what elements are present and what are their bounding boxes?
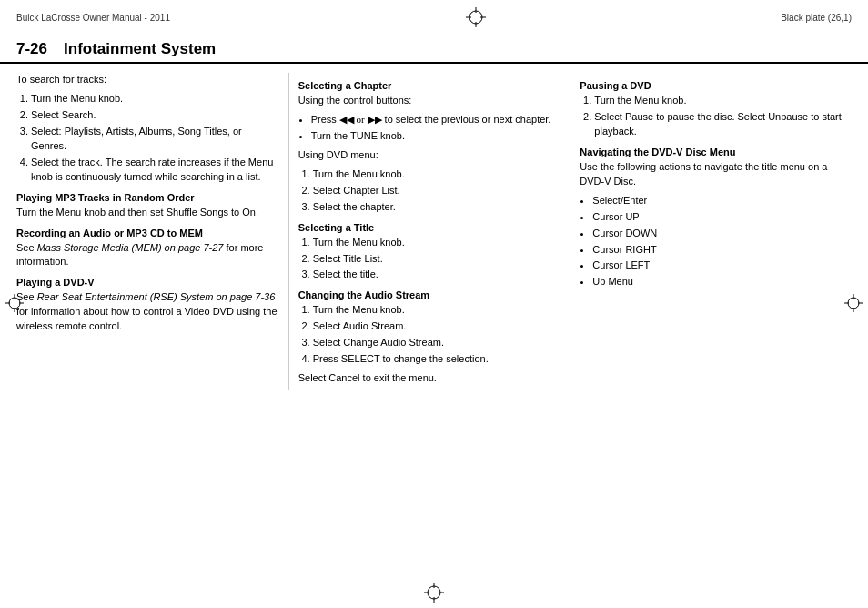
list-item: Select Audio Stream.: [313, 319, 561, 334]
section-title-bar: 7-26 Infotainment System: [0, 31, 868, 64]
list-item: Turn the Menu knob.: [313, 236, 561, 250]
col2-heading-1: Selecting a Chapter: [298, 80, 561, 91]
list-item: Select Title List.: [313, 252, 561, 267]
list-item: Select Change Audio Stream.: [313, 336, 561, 350]
list-item: Turn the Menu knob.: [31, 92, 279, 106]
col2-heading-3: Changing the Audio Stream: [298, 289, 561, 300]
col2-p2: Using DVD menu:: [298, 148, 561, 163]
column-1: To search for tracks: Turn the Menu knob…: [16, 73, 289, 390]
svg-point-15: [428, 586, 440, 599]
col1-heading-1: Playing MP3 Tracks in Random Order: [16, 192, 279, 203]
list-item: Cursor DOWN: [592, 227, 843, 241]
list-item: Select: Playlists, Artists, Albums, Song…: [31, 125, 279, 154]
list-item: Press ◀◀ or ▶▶ to select the previous or…: [311, 113, 561, 127]
col1-p3-suffix: for information about how to control a V…: [16, 306, 278, 331]
list-item: Cursor LEFT: [592, 258, 843, 273]
col1-p3-italic: Rear Seat Entertainment (RSE) System on …: [37, 291, 276, 302]
col3-steps1: Turn the Menu knob. Select Pause to paus…: [594, 94, 843, 139]
col1-p1: Turn the Menu knob and then set Shuffle …: [16, 206, 279, 220]
svg-point-0: [469, 11, 482, 24]
col3-heading-1: Pausing a DVD: [580, 80, 843, 91]
col1-heading-3: Playing a DVD-V: [16, 277, 279, 288]
col3-p1: Use the following actions to navigate th…: [580, 160, 843, 189]
col1-intro: To search for tracks:: [16, 73, 279, 87]
column-3: Pausing a DVD Turn the Menu knob. Select…: [570, 73, 852, 390]
col2-bullets-1: Press ◀◀ or ▶▶ to select the previous or…: [311, 113, 561, 144]
col1-p3: See Rear Seat Entertainment (RSE) System…: [16, 290, 279, 334]
section-number: 7-26: [16, 40, 47, 58]
list-item: Select Pause to pause the disc. Select U…: [594, 110, 843, 139]
col2-p1: Using the control buttons:: [298, 94, 561, 108]
list-item: Select the track. The search rate increa…: [31, 156, 279, 185]
col1-p2-italic: Mass Storage Media (MEM) on page 7-27: [37, 242, 224, 253]
list-item: Turn the Menu knob.: [594, 94, 843, 108]
col2-heading-2: Selecting a Title: [298, 222, 561, 233]
header-left: Buick LaCrosse Owner Manual - 2011: [16, 13, 170, 23]
svg-point-10: [848, 298, 859, 309]
header-crosshair: [466, 7, 486, 27]
footer-crosshair: [0, 583, 868, 603]
list-item: Select Search.: [31, 108, 279, 123]
header-center: [466, 7, 486, 27]
left-margin-crosshair: [5, 294, 24, 314]
bullet1-symbol: ◀◀ or ▶▶: [339, 114, 382, 125]
section-title: Infotainment System: [64, 40, 216, 58]
column-2: Selecting a Chapter Using the control bu…: [289, 73, 571, 390]
col3-bullets: Select/Enter Cursor UP Cursor DOWN Curso…: [592, 194, 843, 290]
list-item: Press SELECT to change the selection.: [313, 352, 561, 367]
bullet1-suffix: to select the previous or next chapter.: [382, 114, 551, 125]
col1-steps: Turn the Menu knob. Select Search. Selec…: [31, 92, 279, 185]
svg-point-5: [9, 298, 20, 309]
col2-steps1: Turn the Menu knob. Select Chapter List.…: [313, 167, 561, 215]
header-right: Black plate (26,1): [781, 13, 852, 23]
col2-steps3: Turn the Menu knob. Select Audio Stream.…: [313, 303, 561, 367]
list-item: Cursor UP: [592, 210, 843, 225]
bullet1-prefix: Press: [311, 114, 339, 125]
col1-heading-2: Recording an Audio or MP3 CD to MEM: [16, 228, 279, 238]
list-item: Select the title.: [313, 268, 561, 282]
page-header: Buick LaCrosse Owner Manual - 2011 Black…: [0, 0, 868, 31]
content-area: To search for tracks: Turn the Menu knob…: [0, 73, 868, 390]
col1-p2-prefix: See: [16, 242, 37, 253]
list-item: Turn the Menu knob.: [313, 167, 561, 182]
list-item: Up Menu: [592, 275, 843, 289]
list-item: Select the chapter.: [313, 200, 561, 215]
col3-heading-2: Navigating the DVD-V Disc Menu: [580, 147, 843, 157]
right-margin-crosshair: [844, 294, 863, 314]
list-item: Turn the Menu knob.: [313, 303, 561, 318]
list-item: Select/Enter: [592, 194, 843, 208]
list-item: Turn the TUNE knob.: [311, 129, 561, 144]
list-item: Cursor RIGHT: [592, 243, 843, 258]
col1-p2: See Mass Storage Media (MEM) on page 7-2…: [16, 241, 279, 270]
list-item: Select Chapter List.: [313, 184, 561, 198]
col2-steps2: Turn the Menu knob. Select Title List. S…: [313, 236, 561, 283]
col2-p3: Select Cancel to exit the menu.: [298, 371, 561, 386]
